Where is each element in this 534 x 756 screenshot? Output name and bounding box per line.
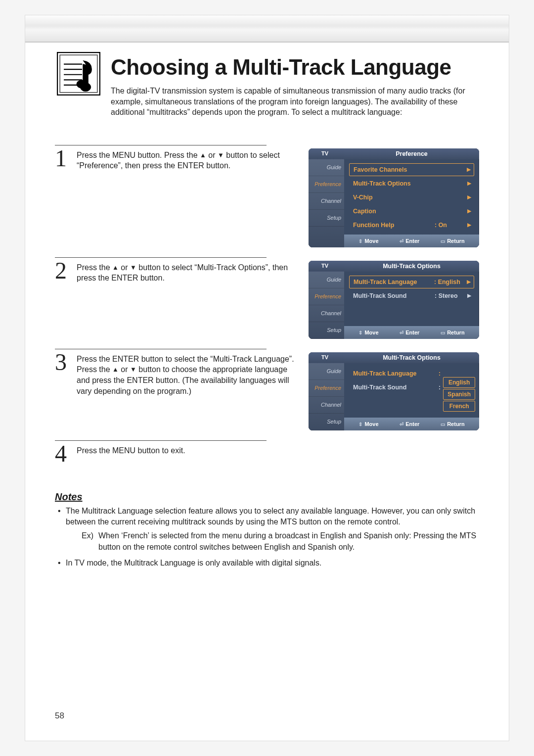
top-gradient-bar xyxy=(25,15,509,43)
note-text: The Multitrack Language selection featur… xyxy=(66,507,475,526)
up-triangle-icon: ▲ xyxy=(112,366,119,373)
osd-row-function-help: Function Help: On▶ xyxy=(349,219,474,232)
osd-side-tv: TV xyxy=(309,148,344,159)
updown-arrows-icon: ⇕ xyxy=(358,330,362,335)
osd-screenshot-language-select: TV Guide Preference Channel Setup Multi-… xyxy=(309,352,479,430)
osd-row-value: : English xyxy=(434,279,467,285)
osd-screenshot-multitrack-options: TV Guide Preference Channel Setup Multi-… xyxy=(309,261,479,339)
language-option: Spanish xyxy=(443,389,475,400)
example-label: Ex) xyxy=(82,530,93,553)
osd-row-value: : On xyxy=(435,222,467,229)
step-text: Press the MENU button to exit. xyxy=(77,444,470,456)
osd-title: Multi-Track Options xyxy=(344,261,479,272)
osd-foot-return: Return xyxy=(447,421,464,427)
osd-row-multitrack-sound: Multi-Track Sound: Stereo▶ xyxy=(349,289,474,302)
right-triangle-icon: ▶ xyxy=(467,166,471,173)
step-number: 4 xyxy=(55,444,72,464)
osd-row-label: Favorite Channels xyxy=(354,166,467,173)
language-option: French xyxy=(443,401,475,412)
up-triangle-icon: ▲ xyxy=(200,151,206,159)
osd-side-guide: Guide xyxy=(309,159,344,176)
right-triangle-icon: ▶ xyxy=(467,292,471,299)
step-number: 2 xyxy=(55,261,72,281)
step-text: Press the ▲ or ▼ button to select “Multi… xyxy=(77,261,300,284)
right-triangle-icon: ▶ xyxy=(467,180,471,187)
manual-page: Choosing a Multi-Track Language The digi… xyxy=(25,15,509,741)
osd-foot-move: Move xyxy=(364,421,378,427)
osd-screenshot-preference: TV Guide Preference Channel Setup Prefer… xyxy=(309,148,479,247)
note-item: The Multitrack Language selection featur… xyxy=(58,506,479,553)
down-triangle-icon: ▼ xyxy=(130,264,136,271)
osd-foot-move: Move xyxy=(364,330,378,335)
osd-footer: ⇕Move ⏎Enter ▭Return xyxy=(344,418,479,430)
osd-row-caption: Caption▶ xyxy=(349,205,474,218)
osd-side-guide: Guide xyxy=(309,363,344,380)
osd-row-label: Multi-Track Language xyxy=(353,370,439,377)
step-text-part: Press the MENU button. Press the xyxy=(77,151,200,159)
osd-side-guide: Guide xyxy=(309,272,344,288)
down-triangle-icon: ▼ xyxy=(130,366,136,373)
notes-heading: Notes xyxy=(55,491,479,503)
step-row: 3 Press the ENTER button to select the “… xyxy=(55,352,479,430)
osd-row-label: Function Help xyxy=(353,222,435,229)
step-row: 4 Press the MENU button to exit. xyxy=(55,444,479,464)
page-title: Choosing a Multi-Track Language xyxy=(111,55,479,80)
page-header: Choosing a Multi-Track Language The digi… xyxy=(55,43,479,118)
osd-title: Preference xyxy=(344,148,479,159)
page-content: Choosing a Multi-Track Language The digi… xyxy=(25,43,509,594)
osd-side-channel: Channel xyxy=(309,397,344,414)
osd-foot-enter: Enter xyxy=(405,330,419,335)
osd-side-channel: Channel xyxy=(309,305,344,322)
enter-icon: ⏎ xyxy=(400,330,403,335)
step-number: 3 xyxy=(55,352,72,373)
osd-foot-move: Move xyxy=(364,238,378,244)
right-triangle-icon: ▶ xyxy=(467,208,471,214)
enter-icon: ⏎ xyxy=(400,238,403,244)
osd-foot-return: Return xyxy=(447,330,464,335)
step-text-part: Press the xyxy=(77,263,112,272)
updown-arrows-icon: ⇕ xyxy=(358,422,362,427)
osd-row-multitrack-options: Multi-Track Options▶ xyxy=(349,177,474,190)
osd-foot-enter: Enter xyxy=(405,238,419,244)
osd-side-setup: Setup xyxy=(309,322,344,339)
osd-side-preference: Preference xyxy=(309,380,344,397)
music-note-icon xyxy=(55,50,102,97)
osd-row-value: : xyxy=(439,370,471,377)
step-text-part: or xyxy=(119,365,130,374)
note-item: In TV mode, the Multitrack Language is o… xyxy=(58,558,479,568)
osd-footer: ⇕Move ⏎Enter ▭Return xyxy=(344,235,479,247)
up-triangle-icon: ▲ xyxy=(112,264,119,271)
updown-arrows-icon: ⇕ xyxy=(358,238,362,244)
osd-side-preference: Preference xyxy=(309,176,344,193)
osd-row-favorite-channels: Favorite Channels▶ xyxy=(349,163,474,176)
page-number: 58 xyxy=(55,711,64,721)
right-triangle-icon: ▶ xyxy=(467,222,471,228)
osd-row-multitrack-language: Multi-Track Language: English▶ xyxy=(349,276,474,288)
osd-row-label: V-Chip xyxy=(353,194,467,201)
osd-foot-return: Return xyxy=(447,238,464,244)
osd-foot-enter: Enter xyxy=(405,421,419,427)
osd-side-tv: TV xyxy=(309,261,344,272)
step-text: Press the MENU button. Press the ▲ or ▼ … xyxy=(77,148,300,171)
osd-row-label: Caption xyxy=(353,208,467,215)
osd-row-vchip: V-Chip▶ xyxy=(349,191,474,204)
osd-row-label: Multi-Track Language xyxy=(354,279,434,285)
osd-side-tv: TV xyxy=(309,352,344,363)
intro-text: The digital-TV transmission system is ca… xyxy=(111,86,467,118)
osd-side-setup: Setup xyxy=(309,210,344,227)
language-dropdown: English Spanish French xyxy=(443,377,475,412)
example-text: When ‘French’ is selected from the menu … xyxy=(98,530,479,553)
step-text: Press the ENTER button to select the “Mu… xyxy=(77,352,300,396)
return-icon: ▭ xyxy=(441,238,445,244)
osd-side-setup: Setup xyxy=(309,414,344,430)
step-number: 1 xyxy=(55,148,72,169)
osd-title: Multi-Track Options xyxy=(344,352,479,363)
osd-row-label: Multi-Track Options xyxy=(353,180,467,187)
return-icon: ▭ xyxy=(441,330,445,335)
osd-footer: ⇕Move ⏎Enter ▭Return xyxy=(344,326,479,339)
svg-point-7 xyxy=(76,80,88,89)
osd-row-label: Multi-Track Sound xyxy=(353,292,435,299)
notes-section: Notes The Multitrack Language selection … xyxy=(55,491,479,569)
steps-list: 1 Press the MENU button. Press the ▲ or … xyxy=(55,145,479,464)
step-text-part: or xyxy=(119,263,130,272)
